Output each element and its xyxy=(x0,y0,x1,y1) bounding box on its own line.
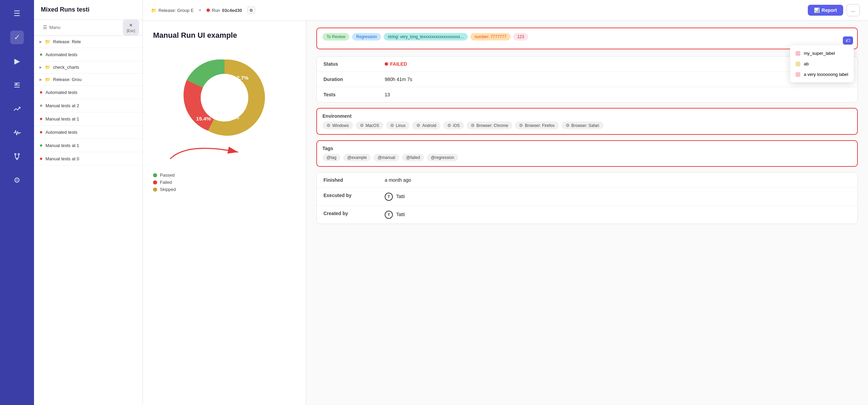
play-icon[interactable]: ▶ xyxy=(10,54,24,68)
list-item[interactable]: ● Automated tests xyxy=(34,126,143,139)
env-chip-linux: ⚙ Linux xyxy=(386,122,410,129)
detail-panel: To Review Regression string: very_long_t… xyxy=(306,21,868,405)
label-chip-string[interactable]: string: very_long_texxxxxxxxxxxxxxxxxx..… xyxy=(384,33,468,40)
chevron-icon: ▶ xyxy=(39,78,42,81)
chart-icon: 📊 xyxy=(814,7,820,13)
env-chip-firefox: ⚙ Browser: Firefox xyxy=(515,122,558,129)
labels-section: To Review Regression string: very_long_t… xyxy=(316,28,858,49)
left-panel-title: Mixed Runs testi xyxy=(41,6,89,13)
list-check-icon[interactable] xyxy=(10,78,24,92)
gear-icon: ⚙ xyxy=(447,123,451,128)
gear-icon: ⚙ xyxy=(471,123,475,128)
list-item[interactable]: ▶ 📁 Release: Grou xyxy=(34,74,143,86)
label-chip-to-review[interactable]: To Review xyxy=(322,33,349,40)
environment-section: Environment ⚙ Windows ⚙ MacOS ⚙ Linux xyxy=(316,108,858,135)
hamburger-icon[interactable]: ☰ xyxy=(10,7,24,20)
tag-chip-tag: @tag xyxy=(322,154,340,161)
status-dot xyxy=(385,62,388,66)
user-icon-executed: T xyxy=(385,193,393,201)
dropdown-item-my-super-label[interactable]: my_super_label xyxy=(790,48,854,59)
dropdown-item-ab[interactable]: ab xyxy=(790,59,854,69)
run-status-dot xyxy=(206,9,210,12)
label-chip-regression[interactable]: Regression xyxy=(352,33,381,40)
tests-row: Tests 13 xyxy=(317,87,857,102)
add-label-button[interactable]: 🏷 xyxy=(843,36,853,45)
list-item[interactable]: ● Manual tests at 1 xyxy=(34,139,143,152)
label-chip-123[interactable]: 123 xyxy=(513,33,528,40)
list-item[interactable]: ● Manual tests at 1 xyxy=(34,112,143,126)
folder-icon: 📁 xyxy=(45,65,50,70)
folder-icon: 📁 xyxy=(151,8,156,13)
pass-icon: ● xyxy=(39,51,43,58)
created-by-value: T Tatti xyxy=(385,211,851,219)
created-by-row: Created by T Tatti xyxy=(317,206,857,224)
settings-icon[interactable]: ⚙ xyxy=(10,174,24,187)
fail-icon: ● xyxy=(39,89,43,95)
gray-icon: ● xyxy=(39,102,43,109)
folder-icon: 📁 xyxy=(45,39,50,44)
list-item[interactable]: ▶ 📁 check_charts xyxy=(34,61,143,74)
arrow-graphic xyxy=(153,139,248,166)
content-area: Manual Run UI example 7.7% 15.4% 76.9% xyxy=(143,21,868,405)
gear-icon: ⚙ xyxy=(390,123,394,128)
gear-icon: ⚙ xyxy=(360,123,364,128)
labels-row: To Review Regression string: very_long_t… xyxy=(322,33,852,40)
label-dropdown: my_super_label ab a very loooooong label xyxy=(790,45,854,82)
chart-legend: Passed Failed Skipped xyxy=(153,173,296,192)
top-bar: 📁 Release: Group E • Run 03c4ed30 ⧉ 📊 Re… xyxy=(143,0,868,21)
tag-chip-regression: @regression xyxy=(427,154,458,161)
tag-chips: @tag @example @manual @failed @regressio… xyxy=(322,154,852,161)
meta-info-table: Finished a month ago Executed by T Tatti… xyxy=(316,172,858,224)
status-info-table: Status FAILED Duration 980h 41m 7s Tests… xyxy=(316,56,858,102)
env-chip-ios: ⚙ iOS xyxy=(443,122,464,129)
color-swatch xyxy=(796,62,800,66)
activity-icon[interactable] xyxy=(10,126,24,140)
chevron-icon: ▶ xyxy=(39,65,42,69)
dropdown-item-very-long[interactable]: a very loooooong label xyxy=(790,69,854,80)
report-button[interactable]: 📊 Report xyxy=(808,5,843,16)
svg-point-4 xyxy=(18,153,19,155)
gear-icon: ⚙ xyxy=(566,123,570,128)
close-panel-button[interactable]: ✕ [Esc] xyxy=(123,20,139,35)
more-options-button[interactable]: ... xyxy=(847,4,860,16)
sidebar: ☰ ✓ ▶ ⚙ xyxy=(0,0,34,405)
list-item[interactable]: ● Manual tests at 2 xyxy=(34,99,143,112)
copy-run-id-button[interactable]: ⧉ xyxy=(247,7,255,14)
label-chip-number[interactable]: number: 7777777 xyxy=(470,33,511,40)
tag-chip-example: @example xyxy=(343,154,371,161)
release-label: Release: Group E xyxy=(158,8,194,13)
duration-row: Duration 980h 41m 7s xyxy=(317,72,857,87)
list-item[interactable]: ▶ 📁 Release: Rele xyxy=(34,36,143,48)
tags-section: Tags @tag @example @manual @failed @regr… xyxy=(316,140,858,167)
failed-dot xyxy=(153,180,157,184)
color-swatch xyxy=(796,72,800,77)
user-icon-created: T xyxy=(385,211,393,219)
list-item[interactable]: ● Manual tests at 0 xyxy=(34,152,143,165)
main-content: 📁 Release: Group E • Run 03c4ed30 ⧉ 📊 Re… xyxy=(143,0,868,405)
tab-manual[interactable]: ☰ Manu xyxy=(37,20,66,35)
fail-icon: ● xyxy=(39,129,43,135)
fork-icon[interactable] xyxy=(10,150,24,163)
left-panel-header: Mixed Runs testi xyxy=(34,0,143,20)
legend-passed: Passed xyxy=(153,173,296,178)
chevron-icon: ▶ xyxy=(39,40,42,44)
finished-row: Finished a month ago xyxy=(317,173,857,188)
env-chip-android: ⚙ Android xyxy=(412,122,440,129)
gear-icon: ⚙ xyxy=(519,123,523,128)
env-chip-windows: ⚙ Windows xyxy=(322,122,353,129)
list-item[interactable]: ● Automated tests xyxy=(34,86,143,99)
chart-panel: Manual Run UI example 7.7% 15.4% 76.9% xyxy=(143,21,306,405)
svg-point-3 xyxy=(15,153,16,155)
passed-dot xyxy=(153,173,157,177)
tag-chip-failed: @failed xyxy=(402,154,424,161)
legend-failed: Failed xyxy=(153,180,296,185)
fail-icon: ● xyxy=(39,156,43,162)
top-bar-actions: 📊 Report ... xyxy=(808,4,860,16)
trend-icon[interactable] xyxy=(10,102,24,116)
check-icon[interactable]: ✓ xyxy=(10,31,24,44)
list-item[interactable]: ● Automated tests xyxy=(34,48,143,61)
fail-icon: ● xyxy=(39,116,43,122)
left-panel-tabs: ☰ Manu ✕ [Esc] xyxy=(34,20,143,36)
executed-by-value: T Tatti xyxy=(385,193,851,201)
status-row: Status FAILED xyxy=(317,56,857,72)
